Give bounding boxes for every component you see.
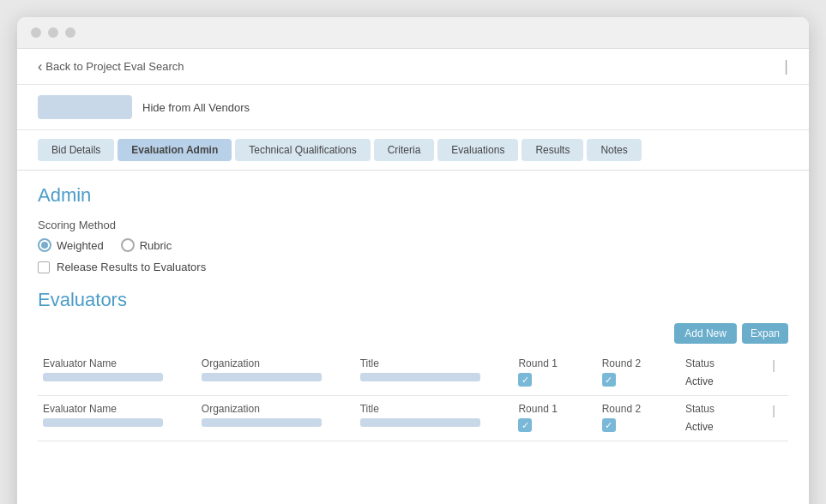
evaluators-title: Evaluators xyxy=(38,289,788,311)
cell-status-1: Status Active xyxy=(680,351,763,396)
cell-name-2: Evaluator Name xyxy=(38,396,196,441)
tab-results[interactable]: Results xyxy=(522,139,583,161)
evaluators-table: Evaluator Name Organization Title xyxy=(38,351,788,441)
cell-action-2: | xyxy=(763,396,788,441)
hide-label: Hide from All Vendors xyxy=(142,101,250,114)
back-link[interactable]: Back to Project Eval Search xyxy=(38,59,184,75)
app-window: Back to Project Eval Search | Hide from … xyxy=(17,17,809,504)
col-header-title-2: Title xyxy=(360,403,509,415)
cell-round2-2: Round 2 ✓ xyxy=(597,396,680,441)
hide-toggle[interactable] xyxy=(38,95,132,119)
cell-title-1: Title xyxy=(355,351,514,396)
evaluators-section: Evaluators Add New Expan Evaluator Name xyxy=(38,289,788,441)
org-bar-1 xyxy=(202,373,322,381)
toolbar: Hide from All Vendors xyxy=(17,85,809,130)
top-nav-bar: Back to Project Eval Search | xyxy=(17,49,809,85)
col-header-round2-2: Round 2 xyxy=(602,403,675,415)
radio-rubric[interactable]: Rubric xyxy=(121,238,172,252)
col-header-org-2: Organization xyxy=(202,403,350,415)
col-header-round1-1: Round 1 xyxy=(518,357,591,369)
round2-check-2[interactable]: ✓ xyxy=(602,418,616,432)
title-bar-1 xyxy=(360,373,480,381)
traffic-light-close[interactable] xyxy=(31,27,41,38)
radio-weighted-label: Weighted xyxy=(57,239,104,252)
col-header-org-1: Organization xyxy=(202,357,350,369)
round1-check-1[interactable]: ✓ xyxy=(518,373,532,387)
row-action-icon-1[interactable]: | xyxy=(769,355,779,375)
round2-check-1[interactable]: ✓ xyxy=(602,373,616,387)
col-header-round2-1: Round 2 xyxy=(602,357,675,369)
cell-round1-2: Round 1 ✓ xyxy=(513,396,596,441)
cell-round2-1: Round 2 ✓ xyxy=(597,351,680,396)
admin-title: Admin xyxy=(38,184,788,207)
table-row: Evaluator Name Organization Title xyxy=(38,396,788,441)
cell-round1-1: Round 1 ✓ xyxy=(513,351,596,396)
add-new-button[interactable]: Add New xyxy=(674,323,737,344)
radio-rubric-indicator xyxy=(121,238,135,252)
release-results-label: Release Results to Evaluators xyxy=(57,261,206,273)
table-row: Evaluator Name Organization Title xyxy=(38,351,788,396)
col-header-name-2: Evaluator Name xyxy=(43,403,191,415)
status-value-1: Active xyxy=(685,375,714,387)
radio-weighted[interactable]: Weighted xyxy=(38,238,104,252)
scoring-radio-group: Weighted Rubric xyxy=(38,238,788,252)
page-content: Back to Project Eval Search | Hide from … xyxy=(17,49,809,455)
col-header-title-1: Title xyxy=(360,357,509,369)
org-bar-2 xyxy=(202,418,322,427)
col-header-name-1: Evaluator Name xyxy=(43,357,191,369)
cell-title-2: Title xyxy=(355,396,514,441)
title-bar-2 xyxy=(360,418,480,427)
expand-button[interactable]: Expan xyxy=(742,323,788,344)
title-bar xyxy=(17,17,809,49)
tab-criteria[interactable]: Criteria xyxy=(374,139,435,161)
name-bar-1 xyxy=(43,373,163,381)
scoring-method-label: Scoring Method xyxy=(38,219,788,231)
vertical-dots-icon[interactable]: | xyxy=(784,57,788,75)
traffic-light-maximize[interactable] xyxy=(65,27,75,38)
status-value-2: Active xyxy=(685,421,714,433)
evaluators-header: Add New Expan xyxy=(38,323,788,344)
traffic-light-minimize[interactable] xyxy=(48,27,58,38)
radio-rubric-label: Rubric xyxy=(140,239,172,252)
release-results-checkbox[interactable] xyxy=(38,261,50,273)
col-header-status-2: Status xyxy=(685,403,758,415)
name-bar-2 xyxy=(43,418,163,427)
tab-notes[interactable]: Notes xyxy=(587,139,641,161)
col-header-round1-2: Round 1 xyxy=(518,403,591,415)
round1-check-2[interactable]: ✓ xyxy=(518,418,532,432)
tab-bar: Bid Details Evaluation Admin Technical Q… xyxy=(17,130,809,171)
cell-name-1: Evaluator Name xyxy=(38,351,196,396)
cell-org-2: Organization xyxy=(196,396,355,441)
tab-evaluation-admin[interactable]: Evaluation Admin xyxy=(118,139,232,161)
cell-status-2: Status Active xyxy=(680,396,763,441)
row-action-icon-2[interactable]: | xyxy=(769,400,779,421)
scoring-section: Scoring Method Weighted Rubric Release R… xyxy=(38,219,788,273)
cell-org-1: Organization xyxy=(196,351,355,396)
tab-bid-details[interactable]: Bid Details xyxy=(38,139,114,161)
col-header-status-1: Status xyxy=(685,357,758,369)
radio-weighted-indicator xyxy=(38,238,51,252)
release-results-row: Release Results to Evaluators xyxy=(38,261,788,273)
tab-technical-qualifications[interactable]: Technical Qualifications xyxy=(235,139,370,161)
tab-evaluations[interactable]: Evaluations xyxy=(437,139,518,161)
main-content: Admin Scoring Method Weighted Rubric Rel… xyxy=(17,171,809,455)
cell-action-1: | xyxy=(763,351,788,396)
